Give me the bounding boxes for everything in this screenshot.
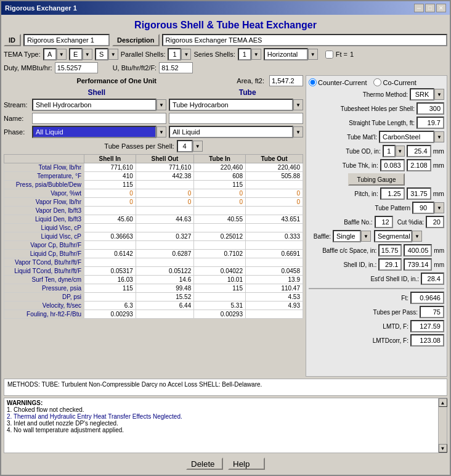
series-shells-arrow[interactable]: ▼ [251,49,261,60]
tube-od-size-arrow[interactable]: ▼ [396,146,405,157]
scroll-up-button[interactable]: ▲ [439,398,447,407]
shell-id-unit: mm [434,261,444,268]
shell-stream-arrow[interactable]: ▼ [156,99,166,110]
table-cell: 0.05317 [84,267,136,276]
u-input[interactable]: 81.52 [159,62,193,73]
duty-input[interactable]: 15.5257 [55,62,98,73]
tema-e-dropdown[interactable]: E ▼ [69,48,92,60]
ft-checkbox[interactable] [325,51,333,59]
tube-mat-arrow[interactable]: ▼ [434,131,444,142]
tema-s-dropdown[interactable]: S ▼ [95,48,118,60]
table-cell [136,241,193,250]
scroll-down-button[interactable]: ▼ [439,444,447,453]
tube-phase-dropdown[interactable]: All Liquid ▼ [169,126,303,138]
tema-a-dropdown[interactable]: A ▼ [43,48,67,60]
orientation-dropdown[interactable]: Horizontal ▼ [264,48,318,60]
tube-od-size-dropdown[interactable]: 1 ▼ [383,145,405,157]
baffle-seg-dropdown[interactable]: Segmental ▼ [374,230,422,242]
row-label: Total Flow, lb/hr [4,163,84,172]
minimize-button[interactable]: ─ [414,4,424,12]
description-button[interactable]: Description [112,34,160,46]
shell-phase-dropdown[interactable]: All Liquid ▼ [32,126,166,138]
name-row: Name: [4,113,303,124]
counter-current-radio[interactable] [309,78,317,86]
series-shells-dropdown[interactable]: 1 ▼ [238,48,261,60]
delete-button[interactable]: Delete [186,458,223,470]
thermo-method-row: Thermo Method: SRK ▼ [309,88,444,101]
baffle-no-input[interactable]: 12 [375,216,393,228]
tube-stream-arrow[interactable]: ▼ [293,99,303,110]
thermo-method-dropdown[interactable]: SRK ▼ [410,88,444,101]
thermo-method-arrow[interactable]: ▼ [434,89,444,100]
tube-passes-dropdown[interactable]: 4 ▼ [177,140,203,152]
tube-pattern-dropdown[interactable]: 90 ▼ [412,202,444,214]
id-button[interactable]: ID [4,34,21,46]
page-title: Rigorous Shell & Tube Heat Exchanger [4,17,447,32]
shell-name-input[interactable] [32,113,166,124]
description-field[interactable]: Rigorous Exchanger TEMA AES [162,34,447,46]
tube-name-input[interactable] [169,113,303,124]
baffle-type-arrow[interactable]: ▼ [361,231,371,242]
baffle-type-dropdown[interactable]: Single ▼ [333,230,371,242]
baffle-cc-input2[interactable]: 400.05 [404,244,432,256]
ft-field[interactable]: 0.9646 [410,292,444,304]
table-row: Vapor Den, lb/ft3 [4,207,303,215]
counter-current-label[interactable]: Counter-Current [309,78,367,86]
table-cell: 40.55 [194,215,246,224]
tube-passes-row: Tube Passes per Shell: 4 ▼ [4,140,303,152]
tube-pattern-arrow[interactable]: ▼ [434,202,444,213]
pitch-input1[interactable]: 1.25 [380,187,405,200]
table-cell: 43.651 [245,215,303,224]
table-cell: 0 [245,189,303,198]
tube-phase-arrow[interactable]: ▼ [293,126,303,137]
data-table: Shell In Shell Out Tube In Tube Out Tota… [4,154,303,319]
tube-od-value[interactable]: 25.4 [407,145,431,157]
table-cell: 0.25012 [194,232,246,241]
lmtd-corr-field[interactable]: 123.08 [410,334,444,347]
table-cell [84,293,136,302]
tube-stream-dropdown[interactable]: Tube Hydrocarbon ▼ [169,99,303,111]
orientation-arrow[interactable]: ▼ [308,49,318,60]
help-button[interactable]: Help [228,458,265,470]
tubesheet-holes-field[interactable]: 300 [416,102,444,115]
shell-header: Shell [87,88,105,97]
tube-thk-input2[interactable]: 2.108 [407,159,431,171]
tube-mat-dropdown[interactable]: CarbonSteel ▼ [379,131,444,143]
table-cell [245,241,303,250]
table-cell: 115 [84,284,136,293]
row-label: Vapor Cp, Btu/hr/F [4,241,84,250]
tema-a-arrow[interactable]: ▼ [57,49,67,60]
tube-passes-arrow[interactable]: ▼ [193,141,203,152]
co-current-radio[interactable] [373,78,381,86]
window-controls: ─ □ ✕ [414,4,446,12]
tubes-per-pass-field[interactable]: 75 [420,306,444,318]
shell-id-input2[interactable]: 739.14 [404,258,432,271]
lmtd-field[interactable]: 127.59 [410,320,444,332]
scrollbar[interactable]: ▲ ▼ [438,398,447,453]
area-input[interactable]: 1,547.2 [269,75,303,86]
parallel-shells-arrow[interactable]: ▼ [181,49,191,60]
close-button[interactable]: ✕ [436,4,446,12]
tema-e-arrow[interactable]: ▼ [83,49,92,60]
bottom-buttons: Delete Help [4,455,447,472]
table-cell [136,310,193,319]
shell-id-input1[interactable]: 29.1 [378,258,402,271]
baffle-cc-input1[interactable]: 15.75 [378,244,402,256]
pitch-input2[interactable]: 31.75 [407,187,431,200]
row-label: Vapor Flow, lb/hr [4,198,84,207]
maximize-button[interactable]: □ [425,4,435,12]
row-label: Vapor TCond, Btu/hr/ft/F [4,258,84,267]
tubing-gauge-button[interactable]: Tubing Gauge [348,173,404,186]
tube-length-field[interactable]: 19.7 [416,117,444,129]
shell-phase-arrow[interactable]: ▼ [156,126,166,137]
main-section: Performance of One Unit Area, ft2: 1,547… [4,75,447,377]
co-current-label[interactable]: Co-Current [373,78,416,86]
id-field[interactable]: Rigorous Exchanger 1 [23,34,110,46]
cut-dia-input[interactable]: 20 [426,216,444,228]
parallel-shells-dropdown[interactable]: 1 ▼ [168,48,191,60]
table-cell [84,224,136,232]
shell-stream-dropdown[interactable]: Shell Hydrocarbon ▼ [32,99,166,111]
baffle-seg-arrow[interactable]: ▼ [412,231,422,242]
tube-thk-input1[interactable]: 0.083 [380,159,405,171]
tema-s-arrow[interactable]: ▼ [108,49,118,60]
